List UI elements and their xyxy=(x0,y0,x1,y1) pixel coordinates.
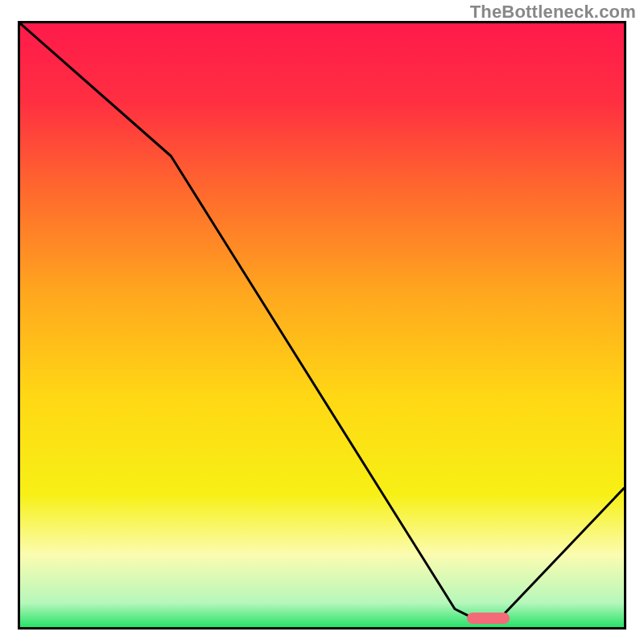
curve-layer xyxy=(20,23,624,627)
chart-container: TheBottleneck.com xyxy=(0,0,644,644)
bottleneck-curve xyxy=(20,23,624,621)
watermark-label: TheBottleneck.com xyxy=(470,2,636,23)
optimal-marker xyxy=(467,613,510,624)
plot-area xyxy=(18,21,626,630)
